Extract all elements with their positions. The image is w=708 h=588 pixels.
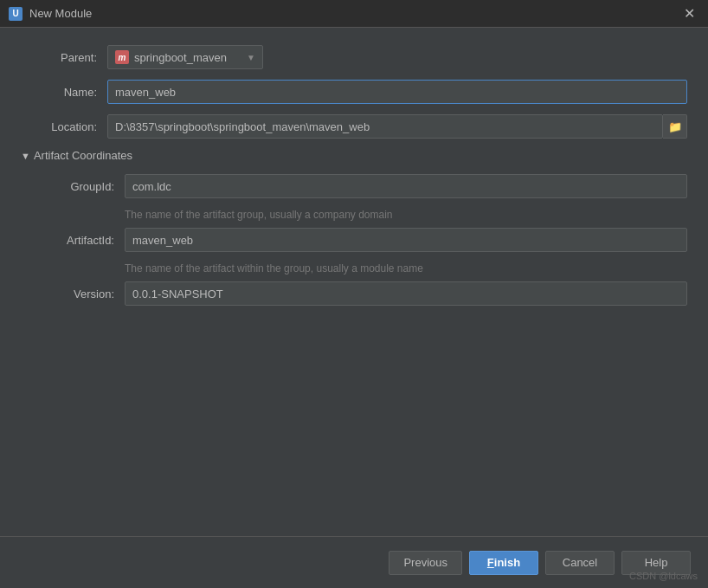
groupid-input-wrap xyxy=(125,174,687,198)
name-input[interactable] xyxy=(107,80,687,104)
groupid-label: GroupId: xyxy=(38,180,125,193)
dialog-footer: Previous Finish Cancel Help xyxy=(0,536,708,588)
groupid-row: GroupId: xyxy=(38,174,687,198)
artifactid-input[interactable] xyxy=(125,228,687,252)
name-input-wrap xyxy=(107,80,687,104)
version-group: Version: xyxy=(38,281,687,306)
groupid-hint: The name of the artifact group, usually … xyxy=(38,209,687,221)
artifact-form: GroupId: The name of the artifact group,… xyxy=(21,174,687,306)
maven-icon: m xyxy=(115,50,129,64)
window-title: New Module xyxy=(29,7,679,20)
version-row: Version: xyxy=(38,281,687,306)
form-content: Parent: m springboot_maven ▼ Name: Locat… xyxy=(0,28,708,536)
new-module-dialog: U New Module ✕ Parent: m springboot_mave… xyxy=(0,0,708,588)
folder-icon: 📁 xyxy=(668,120,682,133)
location-label: Location: xyxy=(21,120,107,133)
groupid-group: GroupId: The name of the artifact group,… xyxy=(38,174,687,221)
browse-button[interactable]: 📁 xyxy=(663,114,687,139)
artifactid-group: ArtifactId: The name of the artifact wit… xyxy=(38,228,687,275)
app-icon: U xyxy=(9,7,23,21)
artifact-section-title: Artifact Coordinates xyxy=(34,149,132,162)
cancel-button[interactable]: Cancel xyxy=(545,551,615,575)
artifactid-input-wrap xyxy=(125,228,687,252)
version-input-wrap xyxy=(125,281,687,306)
title-bar: U New Module ✕ xyxy=(0,0,708,28)
artifact-section-header: ▼ Artifact Coordinates xyxy=(21,149,687,162)
version-label: Version: xyxy=(38,288,125,300)
watermark: CSDN @ldcaws xyxy=(629,571,698,581)
groupid-input[interactable] xyxy=(125,174,687,198)
name-label: Name: xyxy=(21,86,107,99)
finish-button[interactable]: Finish xyxy=(469,551,538,575)
name-row: Name: xyxy=(21,80,687,104)
artifactid-hint: The name of the artifact within the grou… xyxy=(38,262,687,275)
close-button[interactable]: ✕ xyxy=(679,3,699,24)
parent-dropdown[interactable]: m springboot_maven ▼ xyxy=(107,45,263,69)
parent-label: Parent: xyxy=(21,51,107,64)
artifactid-label: ArtifactId: xyxy=(38,234,125,247)
location-input[interactable] xyxy=(107,114,663,139)
collapse-toggle[interactable]: ▼ xyxy=(21,151,30,161)
version-input[interactable] xyxy=(125,281,687,306)
location-row: Location: 📁 xyxy=(21,114,687,139)
chevron-down-icon: ▼ xyxy=(247,53,255,62)
parent-value: springboot_maven xyxy=(134,51,240,64)
location-wrap: 📁 xyxy=(107,114,687,139)
artifactid-row: ArtifactId: xyxy=(38,228,687,252)
previous-button[interactable]: Previous xyxy=(389,551,462,575)
parent-row: Parent: m springboot_maven ▼ xyxy=(21,45,687,69)
